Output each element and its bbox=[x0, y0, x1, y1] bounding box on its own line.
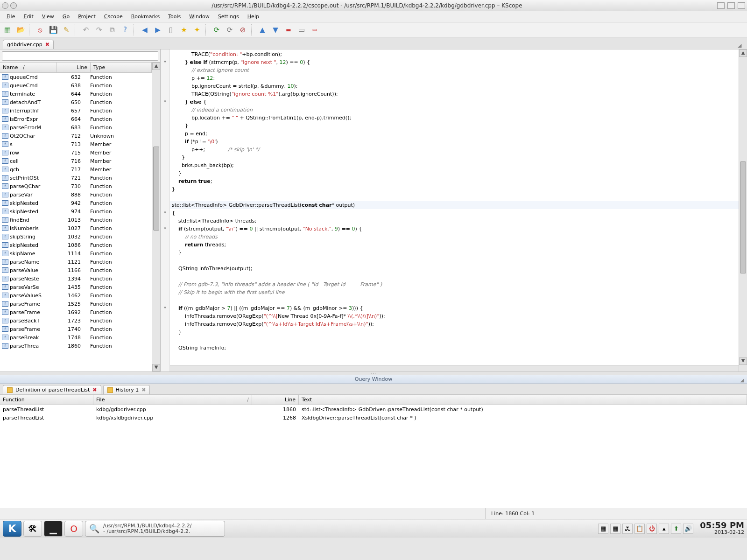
fold-marker[interactable] bbox=[161, 89, 169, 97]
symbol-row[interactable]: fparseNeste1394Function bbox=[0, 274, 152, 283]
open-button[interactable]: 📂 bbox=[15, 24, 26, 35]
splitter[interactable]: ⋯ bbox=[0, 371, 747, 375]
symbol-row[interactable]: fdetachAndT650Function bbox=[0, 98, 152, 106]
network-icon[interactable]: 🖧 bbox=[622, 524, 633, 534]
code-body[interactable]: TRACE("condition: "+bp.condition); } els… bbox=[170, 49, 739, 371]
minimize-button[interactable] bbox=[717, 2, 725, 9]
volume-icon[interactable]: 🔊 bbox=[683, 524, 693, 534]
query-row[interactable]: parseThreadListkdbg/gdbdriver.cpp1860std… bbox=[0, 405, 747, 413]
fold-marker[interactable] bbox=[161, 264, 169, 272]
menu-bookmarks[interactable]: Bookmarks bbox=[127, 12, 163, 21]
undo-button[interactable]: ↶ bbox=[80, 24, 92, 35]
fold-marker[interactable]: ▾ bbox=[161, 303, 169, 311]
col-line[interactable]: Line bbox=[252, 395, 299, 405]
editor-scrollbar[interactable]: ▲ ▼ bbox=[739, 49, 747, 371]
symbol-row[interactable]: fparseName1121Function bbox=[0, 258, 152, 266]
symbol-row[interactable]: fparseValueS1462Function bbox=[0, 291, 152, 300]
nav-back-button[interactable]: ◀ bbox=[139, 24, 150, 35]
split-v-button[interactable]: ▭ bbox=[296, 24, 307, 35]
query-row[interactable]: parseThreadListkdbg/xsldbgdriver.cpp1268… bbox=[0, 413, 747, 422]
fold-marker[interactable] bbox=[161, 168, 169, 176]
fold-marker[interactable] bbox=[161, 256, 169, 264]
fold-marker[interactable] bbox=[161, 311, 169, 319]
fold-marker[interactable] bbox=[161, 153, 169, 161]
symbol-filter-input[interactable] bbox=[2, 51, 158, 61]
remove-button[interactable]: ▬ bbox=[283, 24, 294, 35]
symbol-row[interactable]: fskipNested942Function bbox=[0, 199, 152, 207]
tab-overflow-icon[interactable]: ◢ bbox=[738, 42, 744, 49]
help-button[interactable]: ? bbox=[120, 24, 131, 35]
fold-marker[interactable]: ▾ bbox=[161, 57, 169, 65]
symbol-row[interactable]: fparseFrame1740Function bbox=[0, 325, 152, 333]
symbol-row[interactable]: fisNumberis1027Function bbox=[0, 224, 152, 232]
close-tab-icon[interactable]: ✖ bbox=[45, 42, 49, 48]
fold-marker[interactable] bbox=[161, 121, 169, 129]
menu-tools[interactable]: Tools bbox=[164, 12, 184, 21]
maximize-button[interactable] bbox=[727, 2, 735, 9]
query-results[interactable]: parseThreadListkdbg/gdbdriver.cpp1860std… bbox=[0, 405, 747, 508]
redo-button[interactable]: ↷ bbox=[93, 24, 105, 35]
scroll-down-icon[interactable]: ▼ bbox=[152, 364, 160, 371]
clipboard-icon[interactable]: 📋 bbox=[634, 524, 645, 534]
fold-marker[interactable] bbox=[161, 81, 169, 89]
menu-settings[interactable]: Settings bbox=[214, 12, 243, 21]
fold-marker[interactable] bbox=[161, 327, 169, 335]
cancel-button[interactable]: ⊘ bbox=[237, 24, 248, 35]
symbol-row[interactable]: fskipNested1086Function bbox=[0, 241, 152, 249]
editor-tab[interactable]: gdbdriver.cpp ✖ bbox=[3, 40, 54, 49]
updates-icon[interactable]: ⬆ bbox=[671, 524, 681, 534]
bookmark-add-button[interactable]: ★ bbox=[178, 24, 190, 35]
symbol-row[interactable]: fskipNested974Function bbox=[0, 207, 152, 216]
save-button[interactable]: 💾 bbox=[48, 24, 59, 35]
reload-all-button[interactable]: ⟳ bbox=[224, 24, 235, 35]
symbol-row[interactable]: finterruptInf657Function bbox=[0, 106, 152, 115]
fold-marker[interactable] bbox=[161, 161, 169, 168]
symbol-row[interactable]: fterminate644Function bbox=[0, 90, 152, 98]
query-tab-definition[interactable]: Definition of parseThreadList ✖ bbox=[3, 385, 101, 394]
menu-window[interactable]: Window bbox=[185, 12, 213, 21]
terminal-launcher[interactable]: ▁ bbox=[44, 521, 63, 537]
copy-button[interactable]: ⧉ bbox=[106, 24, 118, 35]
query-header[interactable]: Function File/ Line Text bbox=[0, 395, 747, 405]
symbol-row[interactable]: fqch717Member bbox=[0, 165, 152, 174]
fold-marker[interactable] bbox=[161, 137, 169, 145]
query-overflow-icon[interactable]: ◢ bbox=[740, 376, 744, 385]
fold-marker[interactable] bbox=[161, 192, 169, 200]
power-icon[interactable]: ⏻ bbox=[647, 524, 657, 534]
symbol-row[interactable]: fparseQChar730Function bbox=[0, 182, 152, 190]
col-text[interactable]: Text bbox=[299, 395, 747, 405]
symbol-row[interactable]: fparseThrea1860Function bbox=[0, 342, 152, 350]
fold-marker[interactable] bbox=[161, 105, 169, 113]
fold-marker[interactable] bbox=[161, 335, 169, 343]
fold-marker[interactable] bbox=[161, 232, 169, 240]
fold-marker[interactable] bbox=[161, 295, 169, 303]
pager-icon[interactable]: ▦ bbox=[598, 524, 608, 534]
symbol-row[interactable]: frow715Member bbox=[0, 148, 152, 157]
close-tab-icon[interactable]: ✖ bbox=[92, 387, 97, 393]
fold-marker[interactable] bbox=[161, 216, 169, 224]
symbol-row[interactable]: fparseBackT1723Function bbox=[0, 316, 152, 325]
opera-launcher[interactable]: O bbox=[64, 521, 83, 537]
clock[interactable]: 05:59 PM 2013-02-12 bbox=[700, 522, 744, 536]
menu-help[interactable]: Help bbox=[244, 12, 263, 21]
nav-fwd-button[interactable]: ▶ bbox=[152, 24, 163, 35]
fold-marker[interactable] bbox=[161, 49, 169, 57]
fold-marker[interactable] bbox=[161, 129, 169, 137]
menu-edit[interactable]: Edit bbox=[20, 12, 37, 21]
bookmark-list-button[interactable]: ▯ bbox=[165, 24, 176, 35]
symbol-row[interactable]: fskipName1114Function bbox=[0, 249, 152, 258]
editor-hscrollbar[interactable] bbox=[170, 365, 739, 371]
symbol-table-header[interactable]: Name / Line Type bbox=[0, 63, 152, 73]
kde-start-button[interactable]: K bbox=[3, 521, 21, 537]
stop-button[interactable]: ⦸ bbox=[35, 24, 46, 35]
scroll-up-icon[interactable]: ▲ bbox=[152, 63, 160, 70]
symbol-list[interactable]: fqueueCmd632FunctionfqueueCmd638Function… bbox=[0, 73, 152, 371]
fold-marker[interactable]: ▾ bbox=[161, 97, 169, 105]
col-name[interactable]: Name / bbox=[0, 63, 57, 72]
reload-button[interactable]: ⟳ bbox=[211, 24, 222, 35]
symbol-row[interactable]: fparseVarSe1435Function bbox=[0, 283, 152, 291]
col-type[interactable]: Type bbox=[91, 63, 152, 72]
menu-project[interactable]: Project bbox=[74, 12, 99, 21]
fold-gutter[interactable]: ▾▾▾▾▾ bbox=[161, 49, 170, 371]
bookmark-new-button[interactable]: ✦ bbox=[191, 24, 203, 35]
